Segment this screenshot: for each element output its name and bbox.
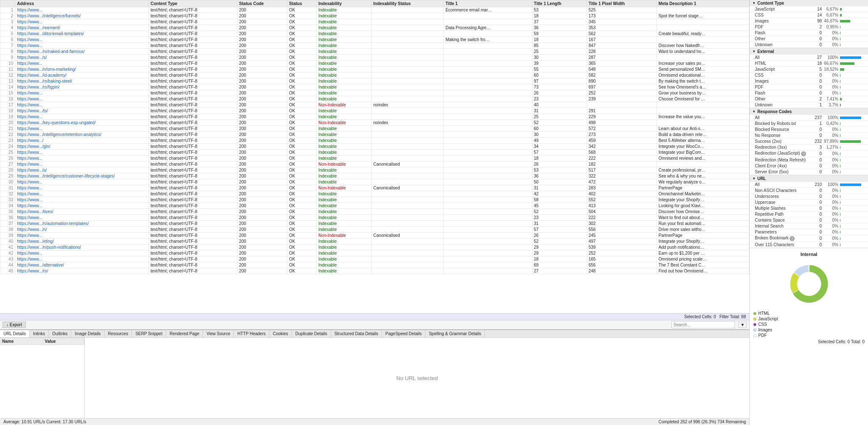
col-status[interactable]: Status — [287, 0, 316, 7]
bottom-tab-outlinks[interactable]: Outlinks — [49, 330, 71, 337]
table-row[interactable]: 36https://www...text/html; charset=UTF-8… — [0, 215, 749, 221]
table-row[interactable]: 11https://www.../n/sms-marketing/text/ht… — [0, 67, 749, 72]
table-wrapper[interactable]: Address Content Type Status Code Status … — [0, 0, 749, 313]
bottom-tab-url-details[interactable]: URL Details — [0, 330, 30, 337]
table-row[interactable]: 42https://www...text/html; charset=UTF-8… — [0, 250, 749, 256]
sidebar-row[interactable]: Redirection (JavaScript) i 0 0% — [750, 150, 868, 157]
table-row[interactable]: 9https://www.../s/text/html; charset=UTF… — [0, 55, 749, 61]
col-indexability-status[interactable]: Indexability Status — [371, 0, 443, 7]
bottom-tab-cookies[interactable]: Cookies — [270, 330, 292, 337]
sidebar-row[interactable]: Uppercase 0 0% — [750, 200, 868, 206]
sidebar-row[interactable]: Server Error (5xx) 0 0% — [750, 169, 868, 175]
col-address[interactable]: Address — [15, 0, 149, 7]
table-row[interactable]: 3https://www...text/html; charset=UTF-82… — [0, 19, 749, 25]
info-icon[interactable]: i — [801, 151, 806, 156]
col-indexability[interactable]: Indexability — [317, 0, 372, 7]
sidebar-section-header[interactable]: ▼Content Type — [750, 0, 868, 6]
sidebar-row[interactable]: Redirection (Meta Refresh) 0 0% — [750, 157, 868, 163]
info-icon[interactable]: i — [790, 236, 795, 241]
table-row[interactable]: 26https://www...text/html; charset=UTF-8… — [0, 156, 749, 161]
sidebar-row[interactable]: JavaScript 14 6,67% — [750, 6, 868, 12]
bottom-tab-view-source[interactable]: View Source — [203, 330, 234, 337]
col-title1-pixel[interactable]: Title 1 Pixel Width — [587, 0, 657, 7]
table-row[interactable]: 41https://www.../n/push-notifications/te… — [0, 244, 749, 250]
sidebar-row[interactable]: Unknown 1 3,7% — [750, 102, 868, 108]
col-status-code[interactable]: Status Code — [237, 0, 287, 7]
table-row[interactable]: 14https://www.../rs/figpin/text/html; ch… — [0, 84, 749, 90]
table-row[interactable]: 19https://www...text/html; charset=UTF-8… — [0, 114, 749, 120]
table-row[interactable]: 40https://www.../eting/text/html; charse… — [0, 239, 749, 244]
table-row[interactable]: 16https://www...text/html; charset=UTF-8… — [0, 96, 749, 102]
sidebar-row[interactable]: Internal Search 0 0% — [750, 223, 868, 229]
sidebar-row[interactable]: Images 98 46,67% — [750, 18, 868, 24]
sidebar-row[interactable]: Other 0 0% — [750, 36, 868, 42]
sidebar-row[interactable]: CSS 0 0% — [750, 72, 868, 78]
table-row[interactable]: 35https://www.../tives/text/html; charse… — [0, 209, 749, 215]
col-meta-desc[interactable]: Meta Description 1 — [657, 0, 749, 7]
table-row[interactable]: 44https://www.../alternative/text/html; … — [0, 262, 749, 268]
sidebar-row[interactable]: Client Error (4xx) 0 0% — [750, 163, 868, 169]
sidebar-row[interactable]: Unknown 0 0% — [750, 42, 868, 48]
table-row[interactable]: 2https://www.../intelligence/funnels/tex… — [0, 13, 749, 19]
table-row[interactable]: 17https://www...text/html; charset=UTF-8… — [0, 102, 749, 108]
table-row[interactable]: 39https://www...text/html; charset=UTF-8… — [0, 233, 749, 239]
table-row[interactable]: 13https://www.../rs/baking-steel/text/ht… — [0, 78, 749, 84]
table-row[interactable]: 7https://www...text/html; charset=UTF-82… — [0, 43, 749, 49]
sidebar-row[interactable]: Broken Bookmark i 0 0% — [750, 235, 868, 242]
table-row[interactable]: 32https://www...text/html; charset=UTF-8… — [0, 191, 749, 197]
table-row[interactable]: 8https://www.../rs/naked-and-famous/text… — [0, 49, 749, 55]
table-row[interactable]: 31https://www...text/html; charset=UTF-8… — [0, 185, 749, 191]
table-row[interactable]: 28https://www.../s/text/html; charset=UT… — [0, 167, 749, 173]
table-row[interactable]: 21https://www...text/html; charset=UTF-8… — [0, 126, 749, 132]
bottom-tab-resources[interactable]: Resources — [105, 330, 132, 337]
sidebar-row[interactable]: CSS 14 6,67% — [750, 12, 868, 18]
col-title1[interactable]: Title 1 — [444, 0, 532, 7]
sidebar-row[interactable]: Success (2xx) 232 97,89% — [750, 139, 868, 144]
table-row[interactable]: 45https://www.../rs/text/html; charset=U… — [0, 268, 749, 274]
bottom-tab-inlinks[interactable]: Inlinks — [30, 330, 49, 337]
sidebar-row[interactable]: Contains Space 0 0% — [750, 217, 868, 223]
table-row[interactable]: 37https://www.../n/automation-templates/… — [0, 221, 749, 227]
table-row[interactable]: 23https://www.../text/html; charset=UTF-… — [0, 138, 749, 144]
table-row[interactable]: 30https://www...text/html; charset=UTF-8… — [0, 179, 749, 185]
sidebar-section-header[interactable]: ▼External — [750, 48, 868, 55]
table-row[interactable]: 1https://www...text/html; charset=UTF-82… — [0, 7, 749, 13]
table-row[interactable]: 24https://www.../gin/text/html; charset=… — [0, 144, 749, 150]
sidebar-row[interactable]: Redirection (3xx) 3 1,27% — [750, 144, 868, 150]
sidebar-row[interactable]: Parameters 0 0% — [750, 229, 868, 235]
bottom-tab-structured-data-details[interactable]: Structured Data Details — [331, 330, 382, 337]
sidebar-row[interactable]: Multiple Slashes 0 0% — [750, 206, 868, 211]
sidebar-row[interactable]: HTML 18 66,67% — [750, 61, 868, 67]
table-row[interactable]: 15https://www...text/html; charset=UTF-8… — [0, 90, 749, 96]
sidebar-section-header[interactable]: ▼Response Codes — [750, 108, 868, 115]
sidebar-row[interactable]: All 210 100% — [750, 182, 868, 188]
sidebar-row[interactable]: Flash 0 0% — [750, 30, 868, 36]
sidebar-row[interactable]: All 237 100% — [750, 115, 868, 121]
sidebar-row[interactable]: All 27 100% — [750, 55, 868, 61]
sidebar-row[interactable]: Blocked Resource 0 0% — [750, 127, 868, 133]
bottom-tab-spelling-&-grammar-details[interactable]: Spelling & Grammar Details — [426, 330, 485, 337]
bottom-tab-http-headers[interactable]: HTTP Headers — [234, 330, 270, 337]
sidebar-row[interactable]: Non ASCII Characters 0 0% — [750, 188, 868, 194]
sidebar-row[interactable]: Blocked by Robots.txt 1 0,42% — [750, 121, 868, 127]
bottom-tab-pagespeed-details[interactable]: PageSpeed Details — [382, 330, 426, 337]
col-title1-length[interactable]: Title 1 Length — [532, 0, 587, 7]
bottom-tab-duplicate-details[interactable]: Duplicate Details — [292, 330, 331, 337]
sidebar-row[interactable]: JavaScript 5 18,52% — [750, 67, 868, 72]
search-dropdown-icon[interactable]: ▼ — [738, 322, 747, 328]
sidebar-row[interactable]: Other 2 7,41% — [750, 96, 868, 102]
sidebar-row[interactable]: Underscores 0 0% — [750, 194, 868, 200]
search-input[interactable] — [671, 321, 735, 328]
table-row[interactable]: 34https://www...text/html; charset=UTF-8… — [0, 203, 749, 209]
col-content-type[interactable]: Content Type — [149, 0, 237, 7]
sidebar-row[interactable]: PDF 0 0% — [750, 84, 868, 90]
table-row[interactable]: 29https://www.../intelligence/customer-l… — [0, 173, 749, 179]
table-row[interactable]: 33https://www...text/html; charset=UTF-8… — [0, 197, 749, 203]
export-button[interactable]: ↓ Export — [3, 322, 26, 328]
table-row[interactable]: 22https://www.../intelligence/retention-… — [0, 132, 749, 138]
table-row[interactable]: 4https://www.../reement/text/html; chars… — [0, 25, 749, 31]
table-row[interactable]: 43https://www...text/html; charset=UTF-8… — [0, 256, 749, 262]
table-row[interactable]: 20https://www.../key-questions-esp-ungat… — [0, 120, 749, 126]
bottom-tab-image-details[interactable]: Image Details — [71, 330, 104, 337]
table-row[interactable]: 5https://www.../ditor/email-templates/te… — [0, 31, 749, 37]
